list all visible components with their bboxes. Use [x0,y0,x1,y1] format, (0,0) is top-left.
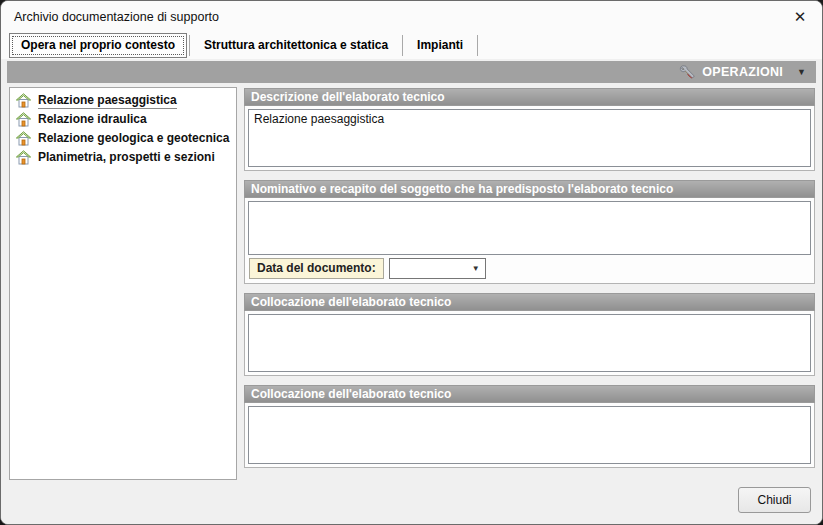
section-nominativo: Nominativo e recapito del soggetto che h… [244,180,815,284]
section-body: Relazione paesaggistica [244,106,815,171]
title-bar: Archivio documentazione di supporto ✕ [1,1,822,32]
house-icon [16,150,31,165]
section-header: Collocazione dell'elaborato tecnico [244,385,815,403]
tab-impianti[interactable]: Impianti [405,33,475,58]
tab-label: Struttura architettonica e statica [204,38,388,52]
list-item-label: Relazione geologica e geotecnica [38,131,229,146]
tools-icon [679,64,696,81]
operazioni-label: OPERAZIONI [702,65,783,79]
close-button[interactable]: ✕ [778,1,822,32]
section-header: Collocazione dell'elaborato tecnico [244,293,815,311]
date-combobox[interactable]: ▼ [389,258,486,279]
tab-label: Impianti [417,38,463,52]
chevron-down-icon: ▼ [797,67,806,77]
tab-struttura-architettonica-e-statica[interactable]: Struttura architettonica e statica [192,33,400,58]
toolbar-wrapper: OPERAZIONI ▼ [1,59,822,85]
house-icon [16,131,31,146]
section-body: Data del documento: ▼ [244,198,815,284]
tab-separator [477,35,478,56]
tab-separator [189,35,190,56]
detail-panel: Descrizione dell'elaborato tecnico Relaz… [244,87,815,480]
section-header: Nominativo e recapito del soggetto che h… [244,180,815,198]
collocazione-1-textarea[interactable] [248,314,811,372]
collocazione-2-textarea[interactable] [248,406,811,464]
window-title: Archivio documentazione di supporto [14,10,219,24]
footer-bar: Chiudi [1,480,822,524]
section-collocazione-1: Collocazione dell'elaborato tecnico [244,293,815,376]
close-icon: ✕ [794,8,807,26]
house-icon [16,93,31,108]
list-item-relazione-geologica[interactable]: Relazione geologica e geotecnica [12,129,234,148]
tab-separator [402,35,403,56]
nominativo-textarea[interactable] [248,201,811,255]
list-item-label: Relazione idraulica [38,112,147,127]
list-item-label: Relazione paesaggistica [38,93,177,109]
date-row: Data del documento: ▼ [248,255,811,280]
document-list: Relazione paesaggistica Relazione idraul… [9,87,237,480]
date-label: Data del documento: [249,258,384,279]
chiudi-button[interactable]: Chiudi [738,487,811,513]
section-descrizione: Descrizione dell'elaborato tecnico Relaz… [244,88,815,171]
chevron-down-icon: ▼ [467,264,485,273]
house-icon [16,112,31,127]
list-item-planimetria[interactable]: Planimetria, prospetti e sezioni [12,148,234,167]
descrizione-textarea[interactable]: Relazione paesaggistica [248,109,811,167]
operations-toolbar: OPERAZIONI ▼ [7,61,816,83]
content-area: Relazione paesaggistica Relazione idraul… [1,85,822,480]
list-item-relazione-idraulica[interactable]: Relazione idraulica [12,110,234,129]
tab-label: Opera nel proprio contesto [21,38,175,52]
section-body [244,311,815,376]
tab-bar: Opera nel proprio contesto Struttura arc… [1,32,822,59]
tab-opera-nel-proprio-contesto[interactable]: Opera nel proprio contesto [9,33,187,58]
dialog-window: Archivio documentazione di supporto ✕ Op… [0,0,823,525]
section-collocazione-2: Collocazione dell'elaborato tecnico [244,385,815,468]
section-body [244,403,815,468]
section-header: Descrizione dell'elaborato tecnico [244,88,815,106]
list-item-label: Planimetria, prospetti e sezioni [38,150,215,165]
operazioni-button[interactable]: OPERAZIONI ▼ [675,61,810,83]
list-item-relazione-paesaggistica[interactable]: Relazione paesaggistica [12,91,234,110]
